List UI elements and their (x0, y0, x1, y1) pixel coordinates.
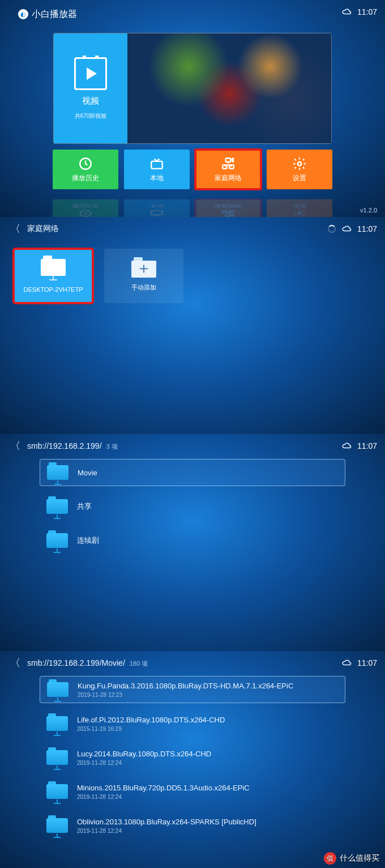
gear-icon (292, 156, 307, 171)
item-name: 共享 (77, 501, 92, 512)
watermark-badge-icon: 值 (324, 852, 336, 865)
breadcrumb: 家庭网络 (27, 224, 59, 234)
item-timestamp: 2019-11-28 12:24 (77, 794, 250, 800)
menu-tile-gear[interactable]: 设置 (267, 150, 332, 189)
back-button[interactable]: 〈 (8, 655, 23, 671)
network-folder-icon (47, 682, 69, 697)
svg-rect-13 (226, 215, 231, 217)
hero-artwork (127, 33, 331, 143)
back-button[interactable]: 〈 (8, 438, 23, 454)
watermark: 值 什么值得买 (324, 852, 379, 865)
item-timestamp: 2019-11-28 12:24 (77, 828, 256, 834)
list-item[interactable]: Kung.Fu.Panda.3.2016.1080p.BluRay.DTS-HD… (40, 676, 345, 703)
version-label: v1.2.0 (360, 207, 377, 214)
menu-tile-label: 本地 (150, 173, 164, 183)
tv-icon (149, 210, 164, 217)
item-timestamp: 2019-11-28 12:23 (78, 692, 293, 698)
top-bar: 〈 家庭网络 11:07 (0, 217, 385, 237)
network-folder-icon (47, 465, 69, 480)
menu-tile-tv[interactable]: 本地 (124, 199, 190, 217)
svg-point-7 (233, 158, 234, 159)
item-name: Kung.Fu.Panda.3.2016.1080p.BluRay.DTS-HD… (78, 682, 293, 690)
item-name: Life.of.Pi.2012.BluRay.1080p.DTS.x264-CH… (77, 716, 225, 724)
tv-icon (149, 156, 164, 171)
list-item[interactable]: 连续剧 (40, 527, 345, 554)
network-device-grid: DESKTOP-2VH7ETP 手动添加 (0, 237, 385, 303)
item-timestamp: 2019-11-28 12:24 (77, 760, 211, 766)
folder-list: Movie 共享 连续剧 (0, 454, 385, 556)
menu-tile-network[interactable]: 家庭网络 (195, 150, 261, 189)
gear-icon (292, 210, 307, 217)
app-title: ◐ 小白播放器 (8, 4, 77, 20)
weather-icon (341, 223, 352, 235)
item-name: Lucy.2014.BluRay.1080p.DTS.x264-CHD (77, 750, 211, 758)
svg-rect-10 (151, 211, 162, 215)
menu-tile-gear[interactable]: 设置 (267, 199, 332, 217)
top-bar: 〈 smb://192.168.2.199/ 3 项 11:07 (0, 434, 385, 454)
breadcrumb-path: smb://192.168.2.199/ (27, 441, 102, 450)
clock-icon (78, 156, 93, 171)
list-item[interactable]: Lucy.2014.BluRay.1080p.DTS.x264-CHD 2019… (40, 744, 345, 771)
add-device-tile[interactable]: 手动添加 (104, 249, 183, 303)
network-folder-icon (46, 716, 68, 731)
weather-icon (341, 6, 352, 18)
list-item[interactable]: Life.of.Pi.2012.BluRay.1080p.DTS.x264-CH… (40, 710, 345, 737)
list-item[interactable]: Minions.2015.BluRay.720p.DD5.1.3Audio.x2… (40, 778, 345, 805)
list-item[interactable]: Oblivion.2013.1080p.BluRay.x264-SPARKS [… (40, 812, 345, 839)
menu-tile-clock[interactable]: 播放历史 (53, 199, 118, 217)
list-item[interactable]: Movie (40, 459, 345, 486)
network-folder-icon (46, 818, 68, 833)
svg-point-6 (233, 160, 234, 161)
menu-tile-network[interactable]: 家庭网络 (195, 199, 261, 217)
smb-movie-screen: 〈 smb://192.168.2.199/Movie/ 180 项 11:07… (0, 651, 385, 868)
network-device-tile[interactable]: DESKTOP-2VH7ETP (14, 249, 93, 303)
item-name: Minions.2015.BluRay.720p.DD5.1.3Audio.x2… (77, 784, 250, 792)
hero-subtitle: 共670部视频 (75, 112, 107, 120)
svg-point-17 (298, 212, 302, 215)
menu-tile-label: 本地 (150, 203, 164, 208)
clock-text: 11:07 (357, 441, 377, 450)
item-count: 3 项 (106, 443, 117, 450)
menu-tile-label: 设置 (293, 203, 306, 208)
item-count: 180 项 (130, 660, 148, 667)
loading-spinner-icon (328, 225, 336, 233)
svg-point-5 (232, 159, 233, 160)
hero-video-tile[interactable]: 视频 共670部视频 (53, 33, 332, 144)
clock-text: 11:07 (357, 7, 377, 16)
menu-tile-clock[interactable]: 播放历史 (53, 150, 118, 189)
network-folder-icon (41, 259, 66, 280)
network-folder-icon (46, 533, 68, 548)
menu-tile-label: 家庭网络 (215, 203, 242, 208)
svg-point-16 (233, 216, 234, 216)
menu-tile-label: 家庭网络 (215, 173, 242, 183)
item-name: Oblivion.2013.1080p.BluRay.x264-SPARKS [… (77, 818, 256, 826)
network-folder-icon (46, 499, 68, 514)
folder-add-icon (131, 261, 156, 278)
menu-tile-label: 设置 (293, 173, 306, 183)
weather-icon (341, 440, 352, 452)
home-screen: ◐ 小白播放器 11:07 视频 共670部视频 播放历史 本地 家庭网络 (0, 0, 385, 217)
svg-point-14 (232, 215, 233, 216)
app-logo-icon: ◐ (18, 9, 28, 19)
breadcrumb-path: smb://192.168.2.199/Movie/ (27, 658, 125, 667)
clock-text: 11:07 (357, 224, 377, 233)
item-name: Movie (78, 469, 97, 477)
item-name: 连续剧 (77, 535, 99, 546)
network-folder-icon (46, 750, 68, 765)
hero-title: 视频 (82, 96, 99, 107)
svg-rect-1 (151, 161, 162, 168)
smb-root-screen: 〈 smb://192.168.2.199/ 3 项 11:07 Movie 共… (0, 434, 385, 651)
watermark-text: 什么值得买 (340, 853, 379, 863)
back-button[interactable]: 〈 (8, 221, 23, 237)
menu-tile-tv[interactable]: 本地 (124, 150, 190, 189)
list-item[interactable]: 共享 (40, 493, 345, 520)
device-label: 手动添加 (131, 283, 156, 292)
top-bar: 〈 smb://192.168.2.199/Movie/ 180 项 11:07 (0, 651, 385, 671)
hero-left-panel: 视频 共670部视频 (54, 33, 127, 143)
network-icon (221, 210, 236, 217)
menu-tile-label: 播放历史 (72, 203, 99, 208)
clock-icon (78, 210, 93, 217)
network-screen: 〈 家庭网络 11:07 DESKTOP-2VH7ETP 手动添加 (0, 217, 385, 434)
menu-tile-label: 播放历史 (72, 173, 99, 183)
top-bar: ◐ 小白播放器 11:07 (0, 0, 385, 20)
